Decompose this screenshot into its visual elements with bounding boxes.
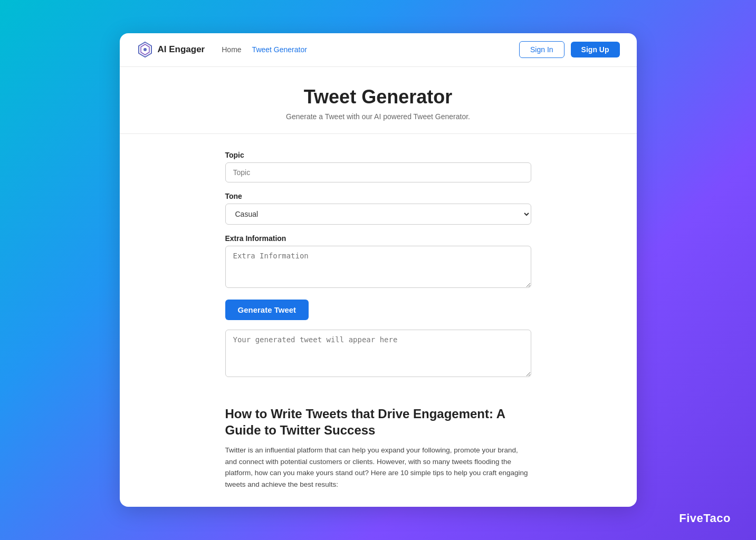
extra-info-group: Extra Information (225, 234, 531, 290)
article-body: Twitter is an influential platform that … (225, 445, 531, 490)
tone-group: Tone Casual Professional Humorous Formal… (225, 192, 531, 225)
nav-tweet-generator[interactable]: Tweet Generator (252, 45, 307, 54)
footer-brand: FiveTaco (679, 512, 731, 525)
topic-label: Topic (225, 151, 531, 159)
page-title: Tweet Generator (120, 86, 637, 108)
nav-actions: Sign In Sign Up (519, 41, 619, 58)
topic-input[interactable] (225, 162, 531, 182)
topic-group: Topic (225, 151, 531, 182)
logo-area: AI Engager (137, 41, 205, 58)
extra-info-label: Extra Information (225, 234, 531, 243)
hero-section: Tweet Generator Generate a Tweet with ou… (120, 67, 637, 134)
signin-button[interactable]: Sign In (519, 41, 564, 58)
extra-info-textarea[interactable] (225, 246, 531, 288)
form-area: Topic Tone Casual Professional Humorous … (120, 134, 637, 406)
nav-home[interactable]: Home (222, 45, 241, 54)
page-subtitle: Generate a Tweet with our AI powered Twe… (120, 112, 637, 121)
main-card: AI Engager Home Tweet Generator Sign In … (120, 33, 637, 507)
output-group (225, 330, 531, 379)
signup-button[interactable]: Sign Up (571, 42, 620, 57)
svg-point-2 (143, 48, 147, 51)
logo-icon (137, 41, 154, 58)
nav-links: Home Tweet Generator (222, 45, 519, 54)
output-textarea[interactable] (225, 330, 531, 377)
tone-select[interactable]: Casual Professional Humorous Formal Insp… (225, 204, 531, 225)
article-title: How to Write Tweets that Drive Engagemen… (225, 406, 531, 438)
article-section: How to Write Tweets that Drive Engagemen… (120, 406, 637, 507)
tone-label: Tone (225, 192, 531, 200)
logo-text: AI Engager (158, 44, 205, 55)
generate-tweet-button[interactable]: Generate Tweet (225, 300, 309, 320)
navbar: AI Engager Home Tweet Generator Sign In … (120, 33, 637, 67)
